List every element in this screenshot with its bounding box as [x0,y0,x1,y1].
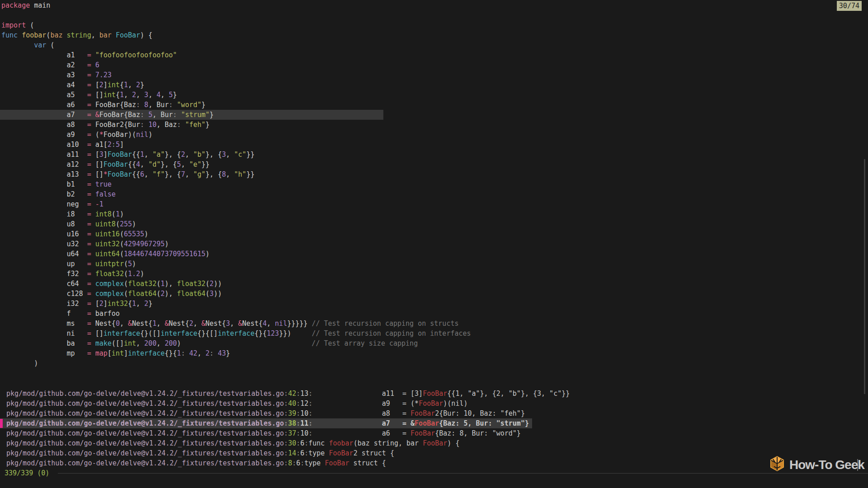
result-row[interactable]: pkg/mod/github.com/go-delve/delve@v1.24.… [0,428,868,438]
code-line: ) [0,358,868,368]
code-line: a2 = 6 [0,60,868,70]
preview-pane: package mainimport (func foobar(baz stri… [0,0,868,368]
code-line: a9 = (*FooBar)(nil) [0,130,868,140]
code-line: f32 = float32(1.2) [0,269,868,279]
code-line: neg = -1 [0,199,868,209]
code-line: package main [0,0,868,10]
preview-scroll-indicator: 30/74 [837,1,862,11]
howtogeek-icon [769,455,786,475]
code-line: u16 = uint16(65535) [0,229,868,239]
code-line: a3 = 7.23 [0,70,868,80]
code-line: mp = map[int]interface{}{1: 42, 2: 43} [0,348,868,358]
result-row[interactable]: pkg/mod/github.com/go-delve/delve@v1.24.… [0,438,868,448]
code-line: i8 = int8(1) [0,209,868,219]
howtogeek-logo: How-To Geek [769,455,864,474]
code-line: ni = []interface{}([]interface{}{[]inter… [0,328,868,338]
preview-scrollbar[interactable] [864,159,865,394]
result-row[interactable]: pkg/mod/github.com/go-delve/delve@v1.24.… [0,389,868,399]
code-line: i32 = [2]int32{1, 2} [0,299,868,309]
fzf-terminal: package mainimport (func foobar(baz stri… [0,0,868,488]
code-line: a13 = []*FooBar{{6, "f"}, {7, "g"}, {8, … [0,169,868,179]
code-line: a11 = [3]FooBar{{1, "a"}, {2, "b"}, {3, … [0,150,868,160]
result-row[interactable]: pkg/mod/github.com/go-delve/delve@v1.24.… [0,448,868,458]
code-line [0,10,868,20]
code-line: c128 = complex(float64(2), float64(3)) [0,289,868,299]
code-line: b2 = false [0,189,868,199]
code-line: a12 = []FooBar{{4, "d"}, {5, "e"}} [0,160,868,169]
howtogeek-logo-text: How-To Geek [789,456,864,474]
code-line: a1 = "foofoofoofoofoofoo" [0,50,868,60]
code-line: a6 = FooBar{Baz: 8, Bur: "word"} [0,100,868,110]
status-row: 339/339 (0) [0,468,868,478]
match-counter: 339/339 (0) [5,468,49,478]
code-line: func foobar(baz string, bar FooBar) { [0,30,868,40]
status-separator-line [58,473,868,474]
code-line: a5 = []int{1, 2, 3, 4, 5} [0,90,868,100]
result-row[interactable]: pkg/mod/github.com/go-delve/delve@v1.24.… [0,408,868,418]
result-row[interactable]: pkg/mod/github.com/go-delve/delve@v1.24.… [0,458,868,468]
code-line: a4 = [2]int{1, 2} [0,80,868,90]
code-line: a10 = a1[2:5] [0,140,868,150]
code-line: u32 = uint32(4294967295) [0,239,868,249]
code-line: c64 = complex(float32(1), float32(2)) [0,279,868,289]
result-row-selected[interactable]: pkg/mod/github.com/go-delve/delve@v1.24.… [0,418,868,428]
search-prompt[interactable]: > foobar [2,478,55,488]
code-line: ba = make([]int, 200, 200) // Test array… [0,338,868,348]
code-line: import ( [0,20,868,30]
code-line: b1 = true [0,179,868,189]
result-row[interactable]: pkg/mod/github.com/go-delve/delve@v1.24.… [0,399,868,408]
results-list: pkg/mod/github.com/go-delve/delve@v1.24.… [0,389,868,468]
code-line: u8 = uint8(255) [0,219,868,229]
code-line: ms = Nest{0, &Nest{1, &Nest{2, &Nest{3, … [0,319,868,328]
code-line: a8 = FooBar2{Bur: 10, Baz: "feh"} [0,120,868,130]
code-line: up = uintptr(5) [0,259,868,269]
code-line-highlighted: a7 = &FooBar{Baz: 5, Bur: "strum"} [0,110,868,120]
selection-pointer [0,419,3,428]
code-line: var ( [0,40,868,50]
code-line: u64 = uint64(18446744073709551615) [0,249,868,259]
code-line: f = barfoo [0,309,868,319]
